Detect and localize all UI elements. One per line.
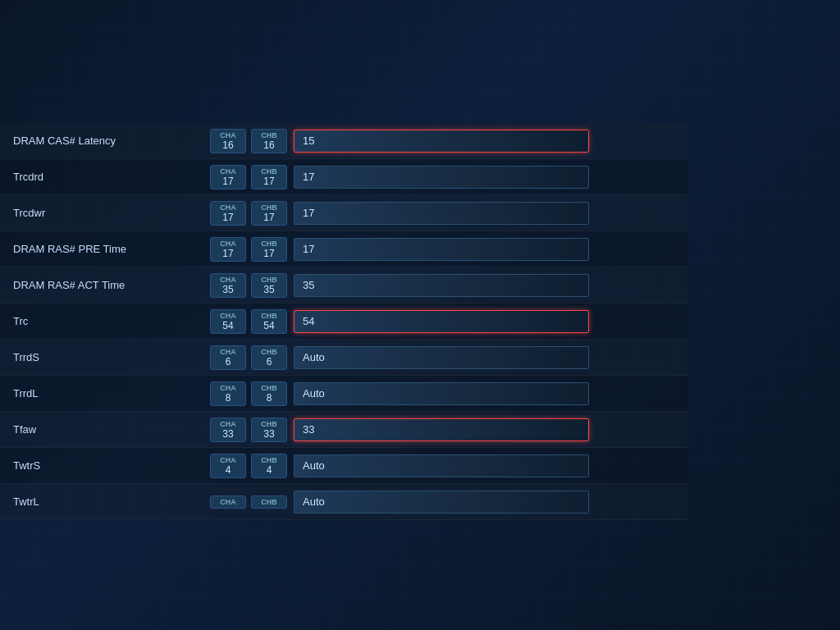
value-dram-ras-act[interactable]: 35 xyxy=(294,274,589,297)
channels-dram-ras-act: CHA 35 CHB 35 xyxy=(210,273,287,298)
channels-trrdl: CHA 8 CHB 8 xyxy=(210,381,287,406)
chb-badge-twtrs: CHB 4 xyxy=(251,454,287,478)
value-twtrs[interactable]: Auto xyxy=(294,454,589,477)
timing-row-trcdrd: Trcdrd CHA 17 CHB 17 17 xyxy=(0,159,688,195)
input-twtrl: Auto xyxy=(294,491,688,514)
timing-row-twtrl: TwtrL CHA CHB Auto xyxy=(0,484,688,520)
input-tfaw: 33 xyxy=(294,418,688,441)
value-twtrl[interactable]: Auto xyxy=(294,491,589,514)
chb-badge-trcdrd: CHB 17 xyxy=(251,165,287,189)
label-dram-ras-pre: DRAM RAS# PRE Time xyxy=(13,243,210,255)
chb-badge-trc: CHB 54 xyxy=(251,309,287,334)
value-dram-cas[interactable]: 15 xyxy=(294,130,589,153)
chb-badge-dram-cas: CHB 16 xyxy=(251,129,287,153)
label-trcdrd: Trcdrd xyxy=(13,171,210,183)
cha-badge-trrdl: CHA 8 xyxy=(210,381,246,406)
input-trrds: Auto xyxy=(294,346,688,369)
timing-row-trcdwr: Trcdwr CHA 17 CHB 17 17 xyxy=(0,195,688,231)
channels-twtrs: CHA 4 CHB 4 xyxy=(210,454,287,478)
label-twtrs: TwtrS xyxy=(13,459,210,472)
value-trc[interactable]: 54 xyxy=(294,310,589,333)
channels-trrds: CHA 6 CHB 6 xyxy=(210,345,287,370)
chb-badge-trrdl: CHB 8 xyxy=(251,381,287,406)
label-dram-cas: DRAM CAS# Latency xyxy=(13,135,210,147)
table-wrapper: DRAM CAS# Latency CHA 16 CHB 16 15 xyxy=(0,123,688,520)
channels-trcdwr: CHA 17 CHB 17 xyxy=(210,201,287,226)
chb-badge-trrds: CHB 6 xyxy=(251,345,287,370)
timing-row-dram-ras-pre: DRAM RAS# PRE Time CHA 17 CHB 17 17 xyxy=(0,231,688,267)
input-trrdl: Auto xyxy=(294,382,688,405)
input-trc: 54 xyxy=(294,310,688,333)
cha-badge-trcdrd: CHA 17 xyxy=(210,165,246,189)
value-trcdrd[interactable]: 17 xyxy=(294,166,589,189)
chb-badge-twtrl: CHB xyxy=(251,495,287,509)
timing-row-tfaw: Tfaw CHA 33 CHB 33 33 xyxy=(0,412,688,448)
cha-badge-dram-ras-act: CHA 35 xyxy=(210,273,246,298)
timing-row-trc: Trc CHA 54 CHB 54 54 xyxy=(0,304,688,340)
cha-badge-tfaw: CHA 33 xyxy=(210,418,246,442)
timing-table-area: DRAM CAS# Latency CHA 16 CHB 16 15 xyxy=(0,123,688,579)
value-tfaw[interactable]: 33 xyxy=(294,418,589,441)
label-trc: Trc xyxy=(13,315,210,327)
value-trcdwr[interactable]: 17 xyxy=(294,202,589,225)
channels-trcdrd: CHA 17 CHB 17 xyxy=(210,165,287,189)
value-dram-ras-pre[interactable]: 17 xyxy=(294,238,589,261)
input-trcdwr: 17 xyxy=(294,202,688,225)
input-trcdrd: 17 xyxy=(294,166,688,189)
timing-row-dram-ras-act: DRAM RAS# ACT Time CHA 35 CHB 35 35 xyxy=(0,267,688,304)
label-trcdwr: Trcdwr xyxy=(13,207,210,219)
cha-badge-dram-cas: CHA 16 xyxy=(210,129,246,153)
cha-badge-trc: CHA 54 xyxy=(210,309,246,334)
cha-badge-trcdwr: CHA 17 xyxy=(210,201,246,226)
input-dram-ras-pre: 17 xyxy=(294,238,688,261)
chb-badge-trcdwr: CHB 17 xyxy=(251,201,287,226)
label-tfaw: Tfaw xyxy=(13,423,210,436)
channels-trc: CHA 54 CHB 54 xyxy=(210,309,287,334)
chb-badge-dram-ras-pre: CHB 17 xyxy=(251,237,287,262)
label-trrds: TrrdS xyxy=(13,351,210,363)
cha-badge-twtrl: CHA xyxy=(210,495,246,509)
channels-dram-ras-pre: CHA 17 CHB 17 xyxy=(210,237,287,262)
input-dram-ras-act: 35 xyxy=(294,274,688,297)
label-dram-ras-act: DRAM RAS# ACT Time xyxy=(13,279,210,291)
input-twtrs: Auto xyxy=(294,454,688,477)
timing-row-twtrs: TwtrS CHA 4 CHB 4 Auto xyxy=(0,448,688,484)
value-trrds[interactable]: Auto xyxy=(294,346,589,369)
chb-badge-dram-ras-act: CHB 35 xyxy=(251,273,287,298)
cha-badge-trrds: CHA 6 xyxy=(210,345,246,370)
chb-badge-tfaw: CHB 33 xyxy=(251,418,287,442)
cha-badge-twtrs: CHA 4 xyxy=(210,454,246,478)
timing-row-trrds: TrrdS CHA 6 CHB 6 Auto xyxy=(0,340,688,376)
value-trrdl[interactable]: Auto xyxy=(294,382,589,405)
channels-twtrl: CHA CHB xyxy=(210,495,287,509)
channels-dram-cas: CHA 16 CHB 16 xyxy=(210,129,287,153)
cha-badge-dram-ras-pre: CHA 17 xyxy=(210,237,246,262)
label-twtrl: TwtrL xyxy=(13,495,210,508)
timing-row-trrdl: TrrdL CHA 8 CHB 8 Auto xyxy=(0,376,688,412)
channels-tfaw: CHA 33 CHB 33 xyxy=(210,418,287,442)
label-trrdl: TrrdL xyxy=(13,387,210,399)
timing-row-dram-cas: DRAM CAS# Latency CHA 16 CHB 16 15 xyxy=(0,123,688,159)
main-wrapper: /ASUS UEFI BIOS Utility – Advanced Mode … xyxy=(0,0,840,630)
input-dram-cas: 15 xyxy=(294,130,688,153)
